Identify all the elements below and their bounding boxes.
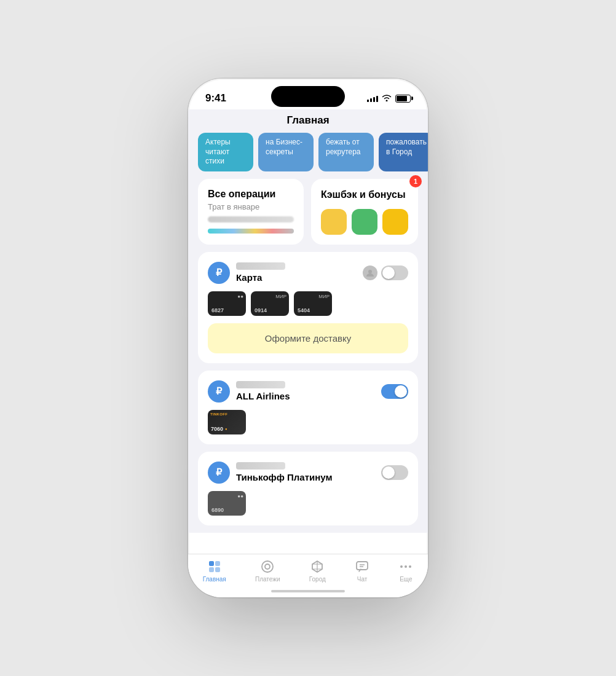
chips-scroll[interactable]: Актеры читают стихи на Бизнес-секреты бе… bbox=[188, 133, 428, 179]
account-tinkoff-platinum[interactable]: ₽ Тинькофф Платинум 6890 ●● bbox=[198, 452, 418, 525]
chat-icon bbox=[355, 559, 369, 574]
card-num-5404: 5404 bbox=[298, 307, 310, 313]
platinum-left: ₽ Тинькофф Платинум bbox=[208, 462, 333, 484]
spending-progress bbox=[208, 229, 294, 234]
nav-city[interactable]: Город bbox=[309, 559, 326, 583]
karta-header: ₽ Карта bbox=[208, 262, 408, 284]
platinum-card-6890[interactable]: 6890 ●● bbox=[208, 491, 246, 516]
airlines-name: ALL Airlines bbox=[236, 391, 290, 401]
svg-point-0 bbox=[368, 270, 372, 273]
svg-point-11 bbox=[405, 565, 407, 568]
payments-icon bbox=[260, 559, 275, 574]
platinum-right bbox=[381, 465, 408, 480]
nav-payments-label: Платежи bbox=[255, 576, 280, 583]
status-icons bbox=[367, 94, 411, 103]
bonus-yellow[interactable] bbox=[321, 209, 347, 235]
account-all-airlines[interactable]: ₽ ALL Airlines TINKOFF bbox=[198, 371, 418, 444]
svg-rect-3 bbox=[209, 567, 214, 572]
dynamic-island bbox=[271, 86, 345, 107]
status-time: 9:41 bbox=[205, 92, 226, 104]
top-row: Все операции Трат в январе 1 Кэшбэк и бо… bbox=[198, 179, 418, 245]
card-num-7060: 7060 bbox=[211, 426, 223, 432]
nav-chat-label: Чат bbox=[357, 576, 368, 583]
svg-point-12 bbox=[409, 565, 411, 568]
chip-biznes[interactable]: на Бизнес-секреты bbox=[258, 133, 314, 171]
airlines-icon: ₽ bbox=[208, 380, 230, 403]
cashback-title: Кэшбэк и бонусы bbox=[321, 189, 408, 202]
bonus-circles bbox=[321, 209, 408, 235]
operations-subtitle: Трат в январе bbox=[208, 202, 294, 211]
cashback-badge: 1 bbox=[409, 175, 422, 187]
svg-rect-4 bbox=[215, 567, 220, 572]
platinum-amount-blur bbox=[236, 462, 285, 470]
nav-more[interactable]: Еще bbox=[398, 559, 413, 583]
cashback-card[interactable]: 1 Кэшбэк и бонусы bbox=[311, 179, 418, 245]
svg-point-10 bbox=[400, 565, 403, 568]
nav-home-label: Главная bbox=[203, 576, 226, 583]
karta-toggle[interactable] bbox=[381, 265, 408, 280]
karta-card-5404[interactable]: 5404 МИР bbox=[294, 291, 332, 316]
nav-more-label: Еще bbox=[400, 576, 412, 583]
amount-blur bbox=[208, 216, 294, 222]
airlines-info: ALL Airlines bbox=[236, 381, 290, 401]
nav-chat[interactable]: Чат bbox=[355, 559, 369, 583]
svg-rect-7 bbox=[357, 562, 368, 570]
battery-icon bbox=[395, 95, 411, 103]
karta-icon: ₽ bbox=[208, 262, 230, 284]
platinum-header: ₽ Тинькофф Платинум bbox=[208, 462, 408, 484]
platinum-info: Тинькофф Платинум bbox=[236, 462, 333, 482]
karta-left: ₽ Карта bbox=[208, 262, 285, 284]
karta-name: Карта bbox=[236, 272, 285, 283]
operations-card[interactable]: Все операции Трат в январе bbox=[198, 179, 304, 245]
page-title: Главная bbox=[188, 109, 428, 133]
chip-actors[interactable]: Актеры читают стихи bbox=[198, 133, 253, 171]
card-num-6890: 6890 bbox=[211, 507, 224, 513]
platinum-icon: ₽ bbox=[208, 462, 230, 484]
karta-card-6827[interactable]: 6827 ●● bbox=[208, 291, 246, 316]
nav-home[interactable]: Главная bbox=[203, 559, 226, 583]
platinum-toggle[interactable] bbox=[381, 465, 408, 480]
chip-city[interactable]: пожаловать в Город bbox=[379, 133, 428, 171]
airlines-right bbox=[381, 384, 408, 399]
karta-info: Карта bbox=[236, 262, 285, 283]
platinum-name: Тинькофф Платинум bbox=[236, 472, 333, 482]
mastercard-logo: ●● bbox=[237, 294, 243, 299]
cards-area: Все операции Трат в январе 1 Кэшбэк и бо… bbox=[188, 179, 428, 533]
airlines-toggle[interactable] bbox=[381, 384, 408, 399]
airlines-card-7060[interactable]: TINKOFF 7060 ● bbox=[208, 410, 246, 434]
card-num-0914: 0914 bbox=[255, 307, 267, 313]
wifi-icon bbox=[382, 94, 392, 103]
bonus-green[interactable] bbox=[352, 209, 377, 235]
karta-avatar bbox=[363, 265, 377, 280]
delivery-banner[interactable]: Оформите доставку bbox=[208, 323, 408, 353]
nav-payments[interactable]: Платежи bbox=[255, 559, 280, 583]
svg-point-5 bbox=[262, 561, 273, 572]
more-icon bbox=[398, 559, 413, 574]
airlines-amount-blur bbox=[236, 381, 285, 388]
karta-right bbox=[363, 265, 408, 280]
signal-icon bbox=[367, 95, 378, 102]
page-content[interactable]: Главная Актеры читают стихи на Бизнес-се… bbox=[188, 109, 428, 554]
airlines-header: ₽ ALL Airlines bbox=[208, 380, 408, 403]
home-indicator bbox=[271, 590, 345, 592]
airlines-left: ₽ ALL Airlines bbox=[208, 380, 290, 403]
mc-logo-gray: ●● bbox=[237, 493, 243, 499]
city-icon bbox=[310, 559, 325, 574]
svg-rect-2 bbox=[215, 561, 220, 566]
karta-mini-cards: 6827 ●● 0914 МИР 5404 МИР bbox=[208, 291, 408, 316]
card-num-6827: 6827 bbox=[211, 307, 224, 313]
bonus-orange[interactable] bbox=[382, 209, 408, 235]
home-icon bbox=[207, 559, 222, 574]
platinum-mini-cards: 6890 ●● bbox=[208, 491, 408, 516]
mir-logo-1: МИР bbox=[275, 294, 286, 299]
karta-card-0914[interactable]: 0914 МИР bbox=[251, 291, 289, 316]
karta-amount-blur bbox=[236, 262, 285, 270]
operations-title: Все операции bbox=[208, 189, 294, 200]
account-karta[interactable]: ₽ Карта bbox=[198, 252, 418, 363]
svg-rect-1 bbox=[209, 561, 214, 566]
airlines-mini-cards: TINKOFF 7060 ● bbox=[208, 410, 408, 434]
phone-shell: 9:41 Главная bbox=[188, 79, 428, 597]
svg-point-6 bbox=[265, 564, 270, 569]
mir-logo-2: МИР bbox=[318, 294, 330, 299]
chip-recruiter[interactable]: бежать от рекрутера bbox=[318, 133, 374, 171]
